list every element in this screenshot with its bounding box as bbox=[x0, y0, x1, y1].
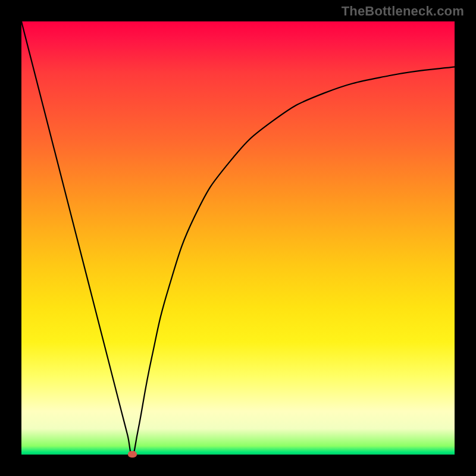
plot-area bbox=[21, 21, 455, 455]
bottleneck-curve bbox=[21, 21, 455, 455]
optimum-marker bbox=[128, 451, 137, 458]
chart-frame: TheBottleneck.com bbox=[0, 0, 476, 476]
watermark-label: TheBottleneck.com bbox=[342, 4, 464, 19]
